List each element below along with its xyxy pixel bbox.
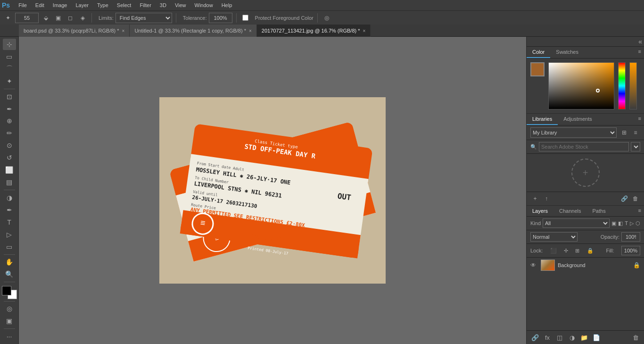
path-tool[interactable]: ▷ — [3, 229, 16, 240]
tab-adjustments[interactable]: Adjustments — [558, 114, 598, 125]
crop-tool[interactable]: ⊡ — [3, 91, 16, 102]
delete-layer-btn[interactable]: 🗑 — [631, 333, 640, 342]
brush-size-input[interactable] — [15, 13, 39, 23]
zoom-tool[interactable]: 🔍 — [3, 268, 16, 280]
layer-kind-adjust-icon[interactable]: ◧ — [618, 220, 623, 227]
magic-eraser-tool-icon[interactable]: ✦ — [3, 13, 13, 23]
list-view-icon[interactable]: ≡ — [631, 128, 640, 137]
grid-view-icon[interactable]: ⊞ — [619, 128, 629, 137]
move-tool[interactable]: ⊹ — [3, 39, 16, 50]
tab-swatches[interactable]: Swatches — [550, 47, 584, 58]
tolerance-input[interactable] — [209, 13, 232, 23]
text-tool[interactable]: T — [3, 217, 16, 228]
extra-tools[interactable]: ··· — [3, 331, 16, 342]
limits-select[interactable]: Find Edges Contiguous Discontiguous — [116, 13, 172, 23]
shape-tool[interactable]: ▭ — [3, 241, 16, 252]
menu-filter[interactable]: Filter — [136, 1, 155, 9]
fill-input[interactable] — [621, 246, 640, 255]
tab-untitled[interactable]: Untitled-1 @ 33.3% (Rectangle 1 copy, RG… — [130, 25, 256, 37]
new-layer-btn[interactable]: 📄 — [592, 333, 601, 342]
eraser-tool[interactable]: ⬜ — [3, 164, 16, 176]
menu-3d[interactable]: 3D — [156, 1, 170, 9]
color-panel-menu[interactable]: ≡ — [636, 47, 644, 58]
menu-select[interactable]: Select — [113, 1, 135, 9]
protect-fg-checkbox[interactable] — [242, 15, 248, 21]
brush-options-icon[interactable]: ⬙ — [41, 13, 51, 23]
healing-tool[interactable]: ⊕ — [3, 115, 16, 126]
clone-tool[interactable]: ⊙ — [3, 140, 16, 151]
library-select[interactable]: My Library — [530, 127, 617, 138]
link-layers-btn[interactable]: 🔗 — [530, 333, 540, 342]
library-search-filter[interactable] — [631, 142, 640, 151]
refine-edge-icon[interactable]: ◎ — [322, 13, 332, 23]
lock-position-icon[interactable]: ✢ — [564, 248, 568, 254]
layer-background[interactable]: 👁 Background 🔒 — [527, 258, 644, 273]
quick-mask-tool[interactable]: ◎ — [3, 303, 16, 314]
layer-mask-btn[interactable]: ◫ — [555, 333, 564, 342]
tool-mode-icon[interactable]: ▣ — [53, 13, 63, 23]
menu-help[interactable]: Help — [218, 1, 236, 9]
layer-adjustment-btn[interactable]: ◑ — [567, 333, 577, 342]
hue-slider[interactable] — [618, 62, 626, 109]
tab-untitled-close[interactable]: × — [249, 28, 252, 34]
panel-collapse-icon[interactable]: « — [638, 38, 642, 45]
layer-kind-smart-icon[interactable]: ⬡ — [636, 220, 640, 227]
menu-file[interactable]: File — [15, 1, 31, 9]
libraries-panel-menu[interactable]: ≡ — [636, 114, 644, 125]
menu-image[interactable]: Image — [49, 1, 71, 9]
history-tool[interactable]: ↺ — [3, 152, 16, 163]
tab-board[interactable]: board.psd @ 33.3% (pcqrp87Li, RGB/8) * × — [19, 25, 130, 37]
tab-paths[interactable]: Paths — [587, 206, 611, 216]
tab-photo[interactable]: 20170727_113421.jpg @ 16.7% (RGB/8) * × — [257, 25, 371, 37]
layer-kind-pixel-icon[interactable]: ▣ — [611, 220, 616, 227]
tab-board-close[interactable]: × — [122, 28, 125, 34]
canvas-area[interactable]: ≡ From LIVERPOOL To MOSSLEY HILL ✱ 2-PAR… — [19, 37, 526, 344]
tool-mode3-icon[interactable]: ◈ — [77, 13, 88, 23]
link-library-btn[interactable]: 🔗 — [619, 194, 629, 203]
brush-tool[interactable]: ✏ — [3, 127, 16, 139]
menu-layer[interactable]: Layer — [72, 1, 92, 9]
new-group-btn[interactable]: 📁 — [579, 333, 589, 342]
tab-color[interactable]: Color — [527, 47, 550, 58]
lock-all-icon[interactable]: 🔒 — [587, 248, 594, 254]
layers-lock-row: Lock: ⬛ ✢ ⊞ 🔒 Fill: — [527, 244, 644, 258]
layer-visibility-eye[interactable]: 👁 — [530, 262, 538, 268]
opacity-input[interactable] — [621, 232, 640, 242]
upload-library-btn[interactable]: ↑ — [542, 194, 551, 203]
delete-library-btn[interactable]: 🗑 — [631, 194, 640, 203]
tool-mode2-icon[interactable]: ◻ — [65, 13, 75, 23]
lock-artboard-icon[interactable]: ⊞ — [575, 248, 579, 254]
eyedropper-tool[interactable]: ✒ — [3, 103, 16, 115]
tab-channels[interactable]: Channels — [553, 206, 586, 216]
library-search-input[interactable] — [539, 142, 629, 151]
layers-kind-select[interactable]: All — [543, 218, 610, 228]
magic-wand-tool[interactable]: ✦ — [3, 76, 16, 87]
color-gradient[interactable] — [548, 62, 614, 109]
foreground-color-swatch[interactable] — [530, 62, 545, 76]
blend-mode-select[interactable]: Normal — [530, 232, 578, 242]
tab-libraries[interactable]: Libraries — [527, 114, 558, 125]
menu-type[interactable]: Type — [93, 1, 112, 9]
lock-pixel-icon[interactable]: ⬛ — [550, 248, 557, 254]
lasso-tool[interactable]: ⌒ — [3, 63, 16, 75]
hand-tool[interactable]: ✋ — [3, 257, 16, 268]
marquee-tool[interactable]: ▭ — [3, 51, 16, 62]
layer-kind-type-icon[interactable]: T — [625, 220, 628, 226]
menu-view[interactable]: View — [171, 1, 190, 9]
library-view-controls: ⊞ ≡ — [619, 128, 640, 137]
pen-tool[interactable]: ✒ — [3, 204, 16, 216]
dodge-tool[interactable]: ◑ — [3, 192, 16, 203]
layers-panel-menu[interactable]: ≡ — [636, 206, 644, 216]
add-to-library-btn[interactable]: + — [530, 194, 540, 203]
menu-window[interactable]: Window — [191, 1, 217, 9]
tab-layers[interactable]: Layers — [527, 206, 553, 216]
add-library-item[interactable]: + — [571, 159, 600, 187]
alpha-slider[interactable] — [629, 62, 637, 109]
fg-bg-colors[interactable] — [2, 286, 17, 299]
layer-kind-shape-icon[interactable]: ▷ — [630, 220, 634, 227]
layer-fx-btn[interactable]: fx — [543, 333, 552, 342]
menu-edit[interactable]: Edit — [32, 1, 48, 9]
screen-mode-tool[interactable]: ▣ — [3, 315, 16, 327]
tab-photo-close[interactable]: × — [363, 28, 366, 34]
gradient-tool[interactable]: ▤ — [3, 176, 16, 188]
